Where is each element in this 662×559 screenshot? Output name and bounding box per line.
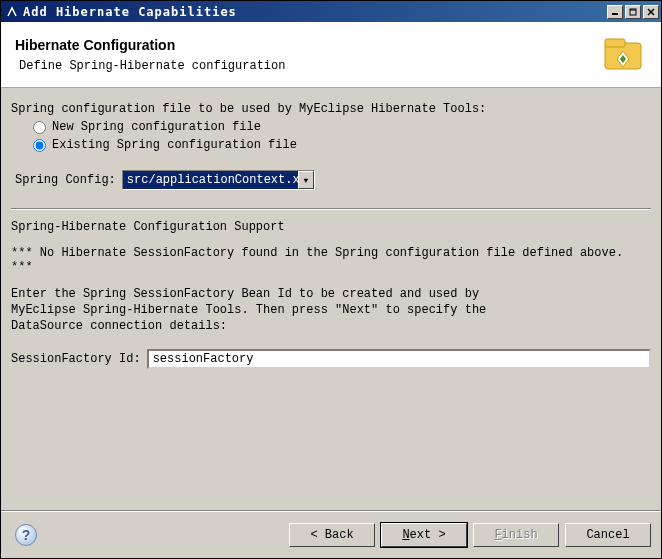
window-controls (607, 5, 659, 19)
divider (11, 208, 651, 210)
warning-text: *** No Hibernate SessionFactory found in… (11, 246, 651, 274)
window-title: Add Hibernate Capabilities (23, 5, 607, 19)
wizard-body: Spring configuration file to be used by … (1, 88, 661, 510)
radio-new-label: New Spring configuration file (52, 120, 261, 134)
finish-label: inish (502, 528, 538, 542)
session-factory-row: SessionFactory Id: (11, 349, 651, 369)
session-factory-label: SessionFactory Id: (11, 352, 141, 366)
wizard-window: Add Hibernate Capabilities Hibernate Con… (0, 0, 662, 559)
wizard-footer: ? < Back Next > Finish Cancel (1, 510, 661, 558)
wizard-header: Hibernate Configuration Define Spring-Hi… (1, 22, 661, 88)
next-label: ext > (410, 528, 446, 542)
next-button[interactable]: Next > (381, 523, 467, 547)
radio-existing-label: Existing Spring configuration file (52, 138, 297, 152)
spring-config-value: src/applicationContext.xml (123, 171, 298, 189)
cancel-button[interactable]: Cancel (565, 523, 651, 547)
radio-new-config[interactable]: New Spring configuration file (33, 120, 651, 134)
close-button[interactable] (643, 5, 659, 19)
page-subtitle: Define Spring-Hibernate configuration (15, 59, 599, 73)
support-heading: Spring-Hibernate Configuration Support (11, 220, 651, 234)
titlebar: Add Hibernate Capabilities (1, 1, 661, 22)
minimize-button[interactable] (607, 5, 623, 19)
svg-rect-6 (605, 39, 625, 47)
back-button[interactable]: < Back (289, 523, 375, 547)
spring-config-label: Spring Config: (15, 173, 116, 187)
spring-config-combo[interactable]: src/applicationContext.xml ▼ (122, 170, 315, 190)
radio-existing-input[interactable] (33, 139, 46, 152)
chevron-down-icon[interactable]: ▼ (298, 171, 314, 189)
session-factory-input[interactable] (147, 349, 651, 369)
radio-existing-config[interactable]: Existing Spring configuration file (33, 138, 651, 152)
intro-text: Spring configuration file to be used by … (11, 102, 651, 116)
finish-mnemonic: F (494, 528, 501, 542)
instruction-text: Enter the Spring SessionFactory Bean Id … (11, 286, 531, 335)
header-text: Hibernate Configuration Define Spring-Hi… (15, 37, 599, 73)
back-label: < Back (310, 528, 353, 542)
next-mnemonic: N (402, 528, 409, 542)
hibernate-icon (599, 33, 647, 77)
spring-config-row: Spring Config: src/applicationContext.xm… (15, 170, 651, 190)
app-icon (5, 5, 19, 19)
radio-new-input[interactable] (33, 121, 46, 134)
cancel-label: Cancel (586, 528, 629, 542)
maximize-button[interactable] (625, 5, 641, 19)
page-title: Hibernate Configuration (15, 37, 599, 53)
finish-button: Finish (473, 523, 559, 547)
help-icon[interactable]: ? (15, 524, 37, 546)
